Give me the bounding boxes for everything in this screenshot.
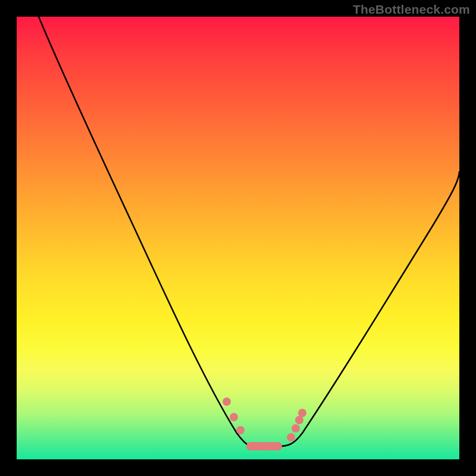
chart-frame: TheBottleneck.com [0,0,476,476]
marker-dot [292,424,300,433]
flat-segment-bar [246,442,282,450]
watermark-text: TheBottleneck.com [353,2,470,17]
v-curve [39,17,459,447]
chart-plot-area [17,17,459,459]
marker-dot [236,426,245,434]
chart-svg [17,17,459,459]
marker-dot [287,433,295,441]
marker-dot [298,409,306,417]
marker-dot [223,397,231,406]
marker-dot [295,416,303,424]
marker-dot [230,413,238,421]
